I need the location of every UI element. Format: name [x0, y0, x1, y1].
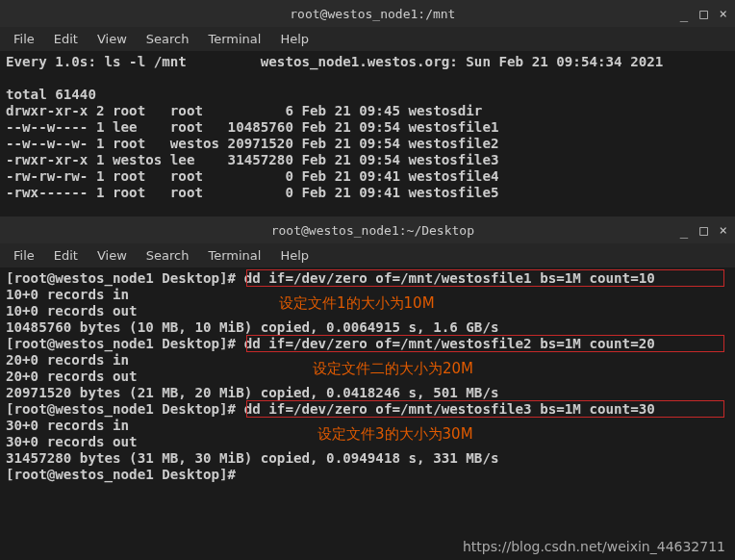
annotation-2: 设定文件二的大小为20M	[313, 361, 473, 377]
annotation-3: 设定文件3的大小为30M	[317, 426, 473, 443]
window-title-1: root@westos_node1:/mnt	[65, 7, 680, 21]
footer-credit: https://blog.csdn.net/weixin_44632711	[463, 539, 725, 554]
highlight-box-3	[246, 400, 724, 418]
menu-edit[interactable]: Edit	[46, 246, 86, 265]
minimize-button[interactable]: _	[680, 222, 688, 238]
minimize-button[interactable]: _	[680, 6, 688, 21]
titlebar-1: root@westos_node1:/mnt _ □ ×	[0, 0, 735, 27]
menu-terminal[interactable]: Terminal	[200, 30, 268, 48]
maximize-button[interactable]: □	[699, 222, 707, 238]
titlebar-2: root@westos_node1:~/Desktop _ □ ×	[0, 216, 735, 243]
window-controls-2: _ □ ×	[680, 222, 727, 238]
menu-search[interactable]: Search	[139, 246, 197, 265]
menubar-1: File Edit View Search Terminal Help	[0, 27, 735, 51]
window-controls-1: _ □ ×	[680, 6, 727, 21]
highlight-box-1	[246, 269, 724, 287]
window-title-2: root@westos_node1:~/Desktop	[65, 223, 680, 238]
menu-edit[interactable]: Edit	[46, 30, 86, 48]
maximize-button[interactable]: □	[699, 6, 707, 21]
annotation-1: 设定文件1的大小为10M	[279, 295, 435, 312]
menu-help[interactable]: Help	[272, 246, 317, 265]
menubar-2: File Edit View Search Terminal Help	[0, 243, 735, 267]
terminal-window-2: root@westos_node1:~/Desktop _ □ × File E…	[0, 216, 735, 518]
menu-terminal[interactable]: Terminal	[200, 246, 268, 265]
terminal-output-2[interactable]: [root@westos_node1 Desktop]# dd if=/dev/…	[0, 267, 735, 518]
close-button[interactable]: ×	[720, 6, 727, 21]
menu-file[interactable]: File	[6, 246, 42, 265]
menu-file[interactable]: File	[6, 30, 42, 48]
menu-view[interactable]: View	[89, 246, 135, 265]
terminal-window-1: root@westos_node1:/mnt _ □ × File Edit V…	[0, 0, 735, 216]
menu-view[interactable]: View	[89, 30, 135, 48]
menu-search[interactable]: Search	[139, 30, 197, 48]
terminal-output-1[interactable]: Every 1.0s: ls -l /mnt westos_node1.west…	[0, 51, 735, 216]
close-button[interactable]: ×	[720, 222, 727, 238]
highlight-box-2	[246, 335, 724, 352]
menu-help[interactable]: Help	[272, 30, 317, 48]
